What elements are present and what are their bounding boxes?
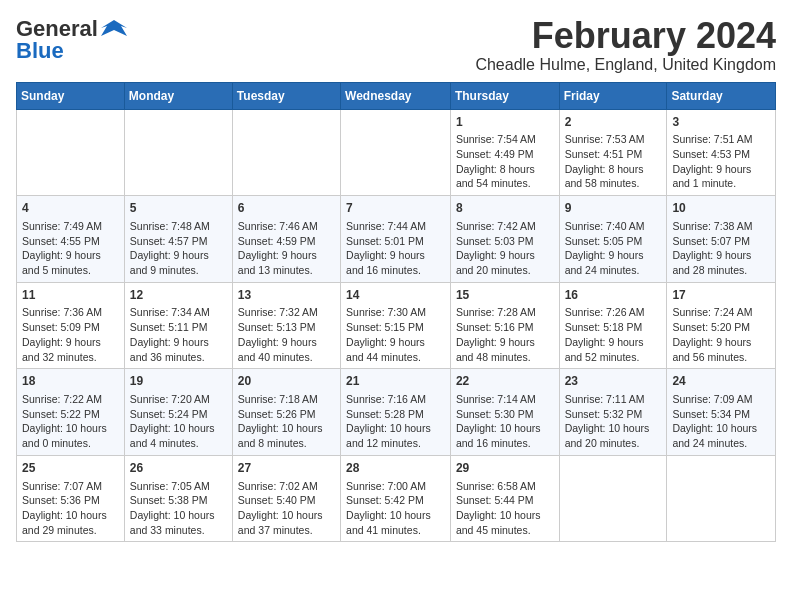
day-number: 16 [565,287,662,304]
day-number: 1 [456,114,554,131]
day-number: 8 [456,200,554,217]
day-number: 2 [565,114,662,131]
calendar-cell: 15Sunrise: 7:28 AMSunset: 5:16 PMDayligh… [450,282,559,369]
day-info: Sunrise: 7:24 AM [672,305,770,320]
calendar-cell: 12Sunrise: 7:34 AMSunset: 5:11 PMDayligh… [124,282,232,369]
day-info: Daylight: 9 hours and 16 minutes. [346,248,445,277]
calendar-cell: 19Sunrise: 7:20 AMSunset: 5:24 PMDayligh… [124,369,232,456]
day-info: Sunset: 4:53 PM [672,147,770,162]
calendar-cell: 26Sunrise: 7:05 AMSunset: 5:38 PMDayligh… [124,455,232,542]
day-info: Sunset: 5:07 PM [672,234,770,249]
day-info: Sunset: 5:18 PM [565,320,662,335]
day-info: Sunset: 4:51 PM [565,147,662,162]
calendar-cell: 16Sunrise: 7:26 AMSunset: 5:18 PMDayligh… [559,282,667,369]
day-info: Sunrise: 7:00 AM [346,479,445,494]
day-info: Sunset: 5:38 PM [130,493,227,508]
day-info: Sunset: 5:32 PM [565,407,662,422]
day-info: Daylight: 10 hours and 41 minutes. [346,508,445,537]
day-header-saturday: Saturday [667,82,776,109]
day-info: Sunset: 5:20 PM [672,320,770,335]
day-info: Daylight: 9 hours and 44 minutes. [346,335,445,364]
day-info: Sunrise: 7:28 AM [456,305,554,320]
header: General Blue February 2024 Cheadle Hulme… [16,16,776,74]
calendar-cell: 22Sunrise: 7:14 AMSunset: 5:30 PMDayligh… [450,369,559,456]
calendar-body: 1Sunrise: 7:54 AMSunset: 4:49 PMDaylight… [17,109,776,542]
calendar-cell: 8Sunrise: 7:42 AMSunset: 5:03 PMDaylight… [450,196,559,283]
day-number: 22 [456,373,554,390]
day-number: 29 [456,460,554,477]
day-info: Sunrise: 7:46 AM [238,219,335,234]
day-info: Daylight: 9 hours and 24 minutes. [565,248,662,277]
day-header-friday: Friday [559,82,667,109]
day-number: 21 [346,373,445,390]
day-info: Sunrise: 7:09 AM [672,392,770,407]
day-info: Sunrise: 7:30 AM [346,305,445,320]
day-info: Sunset: 5:24 PM [130,407,227,422]
month-title: February 2024 [475,16,776,56]
calendar-week-5: 25Sunrise: 7:07 AMSunset: 5:36 PMDayligh… [17,455,776,542]
day-info: Sunset: 4:55 PM [22,234,119,249]
day-info: Sunset: 4:57 PM [130,234,227,249]
day-number: 15 [456,287,554,304]
day-info: Sunset: 5:05 PM [565,234,662,249]
calendar-cell: 25Sunrise: 7:07 AMSunset: 5:36 PMDayligh… [17,455,125,542]
calendar-cell [559,455,667,542]
day-info: Sunset: 5:30 PM [456,407,554,422]
calendar-cell: 14Sunrise: 7:30 AMSunset: 5:15 PMDayligh… [341,282,451,369]
day-info: Sunrise: 7:22 AM [22,392,119,407]
day-header-thursday: Thursday [450,82,559,109]
day-info: Sunrise: 7:38 AM [672,219,770,234]
calendar-cell: 18Sunrise: 7:22 AMSunset: 5:22 PMDayligh… [17,369,125,456]
calendar-cell: 3Sunrise: 7:51 AMSunset: 4:53 PMDaylight… [667,109,776,196]
day-number: 7 [346,200,445,217]
day-info: Daylight: 10 hours and 16 minutes. [456,421,554,450]
day-info: Sunset: 5:36 PM [22,493,119,508]
day-info: Daylight: 8 hours and 58 minutes. [565,162,662,191]
day-info: Daylight: 10 hours and 37 minutes. [238,508,335,537]
day-info: Daylight: 9 hours and 13 minutes. [238,248,335,277]
day-info: Sunrise: 7:51 AM [672,132,770,147]
day-info: Daylight: 9 hours and 28 minutes. [672,248,770,277]
day-info: Daylight: 10 hours and 20 minutes. [565,421,662,450]
calendar-cell: 4Sunrise: 7:49 AMSunset: 4:55 PMDaylight… [17,196,125,283]
day-info: Sunrise: 7:18 AM [238,392,335,407]
logo: General Blue [16,16,129,64]
day-info: Sunset: 5:22 PM [22,407,119,422]
day-info: Sunset: 5:11 PM [130,320,227,335]
day-info: Sunset: 5:34 PM [672,407,770,422]
day-info: Daylight: 8 hours and 54 minutes. [456,162,554,191]
day-info: Sunrise: 7:32 AM [238,305,335,320]
day-info: Daylight: 9 hours and 32 minutes. [22,335,119,364]
day-info: Sunset: 5:16 PM [456,320,554,335]
day-info: Sunrise: 7:53 AM [565,132,662,147]
logo-bird-icon [99,18,129,40]
day-info: Sunrise: 7:07 AM [22,479,119,494]
calendar-cell: 7Sunrise: 7:44 AMSunset: 5:01 PMDaylight… [341,196,451,283]
day-number: 5 [130,200,227,217]
day-info: Sunset: 4:59 PM [238,234,335,249]
calendar-cell: 27Sunrise: 7:02 AMSunset: 5:40 PMDayligh… [232,455,340,542]
day-info: Daylight: 9 hours and 20 minutes. [456,248,554,277]
svg-marker-0 [101,20,127,36]
day-number: 13 [238,287,335,304]
day-info: Daylight: 9 hours and 1 minute. [672,162,770,191]
day-info: Sunrise: 7:49 AM [22,219,119,234]
day-number: 17 [672,287,770,304]
calendar-week-3: 11Sunrise: 7:36 AMSunset: 5:09 PMDayligh… [17,282,776,369]
day-info: Sunrise: 7:36 AM [22,305,119,320]
day-header-tuesday: Tuesday [232,82,340,109]
title-area: February 2024 Cheadle Hulme, England, Un… [475,16,776,74]
day-number: 14 [346,287,445,304]
day-info: Sunrise: 7:42 AM [456,219,554,234]
day-info: Sunset: 5:09 PM [22,320,119,335]
calendar-cell [17,109,125,196]
day-info: Daylight: 9 hours and 36 minutes. [130,335,227,364]
calendar-cell: 29Sunrise: 6:58 AMSunset: 5:44 PMDayligh… [450,455,559,542]
calendar-table: SundayMondayTuesdayWednesdayThursdayFrid… [16,82,776,543]
day-info: Sunrise: 7:44 AM [346,219,445,234]
day-header-sunday: Sunday [17,82,125,109]
day-number: 26 [130,460,227,477]
day-info: Sunset: 5:44 PM [456,493,554,508]
day-info: Sunrise: 7:48 AM [130,219,227,234]
day-info: Daylight: 10 hours and 0 minutes. [22,421,119,450]
